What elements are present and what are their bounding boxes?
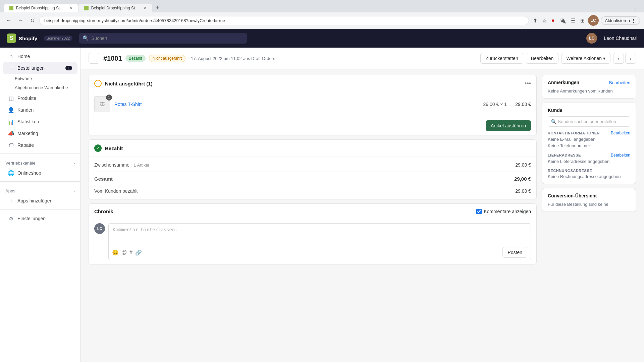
bookmark-icon[interactable]: ☆ xyxy=(541,16,548,25)
apps-chevron: › xyxy=(73,189,75,193)
tab-label-2: Beispiel Dropshipping Store xyxy=(91,6,140,10)
chronik-kommentare-label: Kommentare anzeigen xyxy=(484,209,531,214)
mention-tool[interactable]: @ xyxy=(121,249,127,255)
anmerkungen-edit-btn[interactable]: Bearbeiten xyxy=(609,80,630,85)
hashtag-tool[interactable]: # xyxy=(129,249,132,255)
customer-search-input[interactable] xyxy=(548,116,630,127)
new-tab-button[interactable]: + xyxy=(153,3,162,12)
badge-unfulfilled: Nicht ausgeführt xyxy=(149,55,185,62)
sidebar-item-kunden[interactable]: 👤 Kunden xyxy=(3,104,77,116)
season-badge: Sommer 2022 xyxy=(44,36,72,41)
grid-icon[interactable]: ⊞ xyxy=(579,16,586,25)
search-input[interactable] xyxy=(79,33,247,44)
nav-prev-button[interactable]: ‹ xyxy=(613,53,624,64)
paid-status-icon: ✓ xyxy=(94,144,102,152)
sidebar-label-kunden: Kunden xyxy=(17,107,34,113)
home-icon: ⌂ xyxy=(8,53,14,59)
shopify-logo: S Shopify xyxy=(7,34,37,43)
artikel-ausfuehren-button[interactable]: Artikel ausführen xyxy=(486,120,531,131)
payment-card-title: Bezahlt xyxy=(105,145,531,151)
sidebar-item-einstellungen[interactable]: ⚙ Einstellungen xyxy=(3,213,77,224)
conversion-text: Für diese Bestellung sind keine xyxy=(548,202,630,207)
sidebar-divider-1 xyxy=(0,154,80,154)
sidebar: ⌂ Home ≡ Bestellungen 1 Entwürfe Abgebro… xyxy=(0,48,80,362)
tab-close-btn[interactable]: ✕ xyxy=(69,6,72,10)
order-title: #1001 Bezahlt Nicht ausgeführt xyxy=(103,55,185,62)
item-name[interactable]: Rotes T-Shirt xyxy=(114,102,479,107)
refresh-button[interactable]: ↻ xyxy=(28,16,37,25)
sidebar-item-rabatte[interactable]: 🏷 Rabatte xyxy=(3,139,77,151)
update-button[interactable]: Aktualisieren ⋮ xyxy=(601,16,640,25)
post-button[interactable]: Posten xyxy=(502,247,527,258)
rechnungsadresse-section-title: RECHNUNGSADRESSE xyxy=(548,169,630,173)
statistiken-icon: 📊 xyxy=(8,119,14,125)
chronik-header: Chronik Kommentare anzeigen xyxy=(89,204,536,219)
chronik-kommentare-checkbox[interactable] xyxy=(476,209,482,214)
item-total: 29,00 € xyxy=(511,102,531,107)
shopify-wordmark: Shopify xyxy=(19,36,37,41)
sidebar-sub-bestellungen: Entwürfe Abgebrochene Warenkörbe xyxy=(0,74,80,92)
opera-icon[interactable]: ● xyxy=(550,16,556,25)
marketing-icon: 📣 xyxy=(8,130,14,136)
kontakt-email: Keine E-Mail angegeben xyxy=(548,137,630,142)
main-content: ← #1001 Bezahlt Nicht ausgeführt 17. Aug… xyxy=(80,48,644,362)
back-button[interactable]: ← xyxy=(4,16,13,25)
bestellungen-icon: ≡ xyxy=(8,65,14,71)
gesamt-label: Gesamt xyxy=(94,176,113,182)
kunde-title: Kunde xyxy=(548,108,630,113)
sidebar-item-statistiken[interactable]: 📊 Statistiken xyxy=(3,116,77,127)
browser-tab-2[interactable]: Beispiel Dropshipping Store ✕ xyxy=(78,4,152,12)
menu-icon[interactable]: ☰ xyxy=(570,16,577,25)
zurueckerstatten-button[interactable]: Zurückerstatten xyxy=(480,53,523,64)
search-icon: 🔍 xyxy=(83,35,89,41)
sidebar-item-produkte[interactable]: ◫ Produkte xyxy=(3,93,77,104)
anmerkungen-card: Anmerkungen Bearbeiten Keine Anmerkungen… xyxy=(542,75,636,99)
address-bar[interactable] xyxy=(39,16,529,25)
comment-input[interactable] xyxy=(109,224,531,244)
tab-label-active: Beispiel Dropshipping Store · E... xyxy=(16,6,65,10)
sidebar-item-marketing[interactable]: 📣 Marketing xyxy=(3,128,77,139)
link-tool[interactable]: 🔗 xyxy=(135,249,142,256)
lieferadresse-edit-btn[interactable]: Bearbeiten xyxy=(611,153,630,158)
fulfillment-card-menu[interactable]: ••• xyxy=(525,80,531,87)
lieferadresse-section-title: LIEFERADRESSE Bearbeiten xyxy=(548,153,630,158)
sidebar-item-apps-add[interactable]: ＋ Apps hinzufügen xyxy=(3,195,77,206)
onlineshop-icon: 🌐 xyxy=(8,170,14,176)
nav-next-button[interactable]: › xyxy=(625,53,636,64)
fulfillment-card-header: ◌ Nicht ausgeführt (1) ••• xyxy=(89,75,536,92)
sidebar-divider-2 xyxy=(0,181,80,182)
chronik-checkbox[interactable]: Kommentare anzeigen xyxy=(476,209,531,214)
zwischensumme-sub: 1 Artikel xyxy=(133,163,149,168)
vertriebskanale-header[interactable]: Vertriebskanäle › xyxy=(0,157,80,167)
emoji-tool[interactable]: 😊 xyxy=(112,249,119,256)
app-layout: ⌂ Home ≡ Bestellungen 1 Entwürfe Abgebro… xyxy=(0,48,644,362)
conversion-card: Conversion-Übersicht Für diese Bestellun… xyxy=(542,188,636,212)
user-name: Leon Chaudhari xyxy=(604,36,637,41)
gesamt-amount: 29,00 € xyxy=(514,176,531,182)
conversion-title: Conversion-Übersicht xyxy=(548,193,630,198)
rechnungsadresse-text: Keine Rechnungsadresse angegeben xyxy=(548,174,630,179)
kontakt-phone: Keine Telefonnummer xyxy=(548,143,630,148)
share-icon[interactable]: ⬆ xyxy=(532,16,539,25)
item-qty-badge: 1 xyxy=(106,95,112,101)
forward-button[interactable]: → xyxy=(16,16,25,25)
anmerkungen-text: Keine Anmerkungen vom Kunden xyxy=(548,88,630,94)
unfulfilled-status-icon: ◌ xyxy=(94,80,102,87)
extension-icon[interactable]: 🔌 xyxy=(558,16,568,25)
fulfillment-card-action: Artikel ausführen xyxy=(89,116,536,135)
back-button[interactable]: ← xyxy=(89,53,99,64)
fulfillment-card-title: Nicht ausgeführt (1) xyxy=(105,81,521,86)
zwischensumme-label: Zwischensumme xyxy=(94,162,129,168)
sidebar-item-home[interactable]: ⌂ Home xyxy=(3,51,77,62)
bearbeiten-button[interactable]: Bearbeiten xyxy=(526,53,559,64)
sidebar-item-abgebrochene[interactable]: Abgebrochene Warenkörbe xyxy=(15,83,80,92)
tab-close-btn-2[interactable]: ✕ xyxy=(144,6,147,10)
weitere-aktionen-button[interactable]: Weitere Aktionen ▾ xyxy=(561,53,610,64)
sidebar-item-onlineshop[interactable]: 🌐 Onlineshop xyxy=(3,167,77,179)
apps-header[interactable]: Apps › xyxy=(0,184,80,195)
sidebar-item-entwuerfe[interactable]: Entwürfe xyxy=(15,74,80,83)
kontakt-edit-btn[interactable]: Bearbeiten xyxy=(611,131,630,135)
sidebar-item-bestellungen[interactable]: ≡ Bestellungen 1 xyxy=(3,62,77,74)
apps-add-icon: ＋ xyxy=(8,198,14,204)
browser-tab-active[interactable]: Beispiel Dropshipping Store · E... ✕ xyxy=(4,4,78,12)
